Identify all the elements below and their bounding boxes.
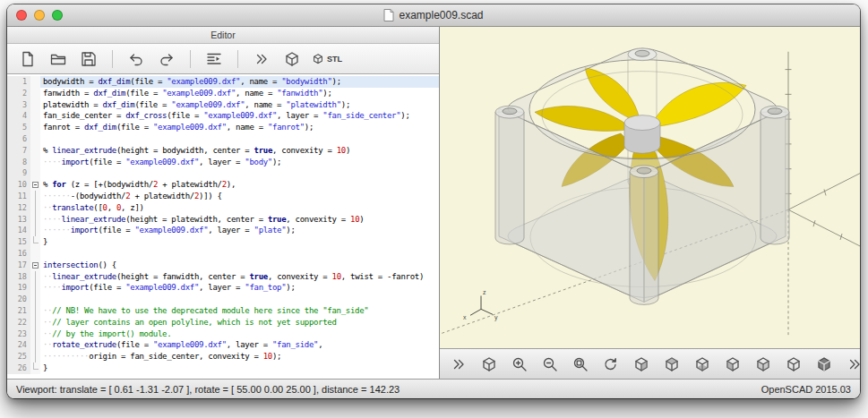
view-back-button[interactable] — [782, 352, 805, 377]
export-stl-button[interactable]: STL — [311, 47, 342, 72]
line-number: 22 — [7, 317, 30, 328]
line-number: 12 — [7, 202, 30, 214]
fold-marker[interactable] — [30, 260, 40, 271]
code-line-text: ··linear_extrude(height = fanwidth, cent… — [40, 271, 439, 283]
line-number: 25 — [7, 351, 30, 363]
code-line[interactable]: 4fan_side_center = dxf_cross(file = "exa… — [7, 110, 439, 122]
window-title-area: example009.scad — [383, 9, 483, 21]
perspective-button[interactable] — [812, 352, 836, 377]
render-button[interactable] — [280, 47, 304, 72]
viewport-status: Viewport: translate = [ 0.61 -1.31 -2.07… — [16, 384, 400, 395]
code-line[interactable]: 1bodywidth = dxf_dim(file = "example009.… — [7, 76, 439, 88]
view-more-left-button[interactable] — [447, 352, 470, 377]
code-line[interactable]: 25··········origin = fan_side_center, co… — [7, 351, 439, 363]
view-toolbar — [440, 348, 860, 379]
save-button[interactable] — [77, 47, 100, 72]
titlebar[interactable]: example009.scad — [7, 4, 860, 27]
view-top-button[interactable] — [660, 352, 683, 377]
code-line[interactable]: 3platewidth = dxf_dim(file = "example009… — [7, 99, 439, 111]
code-line[interactable]: 5fanrot = dxf_dim(file = "example009.dxf… — [7, 122, 439, 133]
code-line[interactable]: 26} — [7, 363, 439, 374]
reset-view-button[interactable] — [599, 352, 623, 377]
close-button[interactable] — [16, 10, 27, 21]
code-line[interactable]: 14······import(file = "example009.dxf", … — [7, 225, 439, 236]
fold-marker — [30, 339, 40, 351]
fold-marker[interactable] — [30, 179, 40, 191]
code-line-text: ··rotate_extrude(file = "example009.dxf"… — [40, 339, 439, 351]
view-more-right-button[interactable] — [843, 352, 860, 377]
editor-toolbar: STL — [7, 44, 439, 74]
indent-button[interactable] — [202, 47, 226, 72]
window-title: example009.scad — [399, 9, 483, 21]
code-line-text: % for (z = [+(bodywidth/2 + platewidth/2… — [40, 179, 439, 191]
code-line-text: fanrot = dxf_dim(file = "example009.dxf"… — [40, 122, 439, 133]
code-line-text: platewidth = dxf_dim(file = "example009.… — [40, 99, 439, 111]
view-bottom-button[interactable] — [691, 352, 714, 377]
code-line[interactable]: 15} — [7, 236, 439, 248]
zoom-out-button[interactable] — [538, 352, 562, 377]
toolbar-separator — [237, 50, 238, 68]
line-number: 13 — [7, 214, 30, 226]
export-stl-button-label: STL — [327, 55, 342, 64]
code-line-text: ······import(file = "example009.dxf", la… — [40, 225, 439, 236]
line-number: 10 — [7, 179, 30, 191]
line-number: 17 — [7, 260, 30, 271]
zoom-button[interactable] — [52, 10, 63, 21]
code-line[interactable]: 18··linear_extrude(height = fanwidth, ce… — [7, 271, 439, 283]
minimize-button[interactable] — [34, 10, 45, 21]
code-line[interactable]: 20 — [7, 294, 439, 305]
view-left-button[interactable] — [721, 352, 744, 377]
code-line[interactable]: 22··// layer contains an open polyline, … — [7, 317, 439, 328]
code-line[interactable]: 9 — [7, 167, 439, 179]
code-line[interactable]: 11······-(bodywidth/2 + platewidth/2)]) … — [7, 191, 439, 202]
line-number: 26 — [7, 363, 30, 374]
code-line-text: intersection() { — [40, 260, 439, 271]
open-button[interactable] — [47, 47, 70, 72]
code-editor[interactable]: 1bodywidth = dxf_dim(file = "example009.… — [7, 74, 439, 379]
3d-viewport[interactable]: z x y — [440, 27, 860, 348]
line-number: 24 — [7, 339, 30, 351]
fold-marker — [30, 236, 40, 248]
code-line[interactable]: 10% for (z = [+(bodywidth/2 + platewidth… — [7, 179, 439, 191]
zoom-all-button[interactable] — [569, 352, 592, 377]
code-line[interactable]: 7% linear_extrude(height = bodywidth, ce… — [7, 145, 439, 157]
code-line-text: fan_side_center = dxf_cross(file = "exam… — [40, 110, 439, 122]
line-number: 11 — [7, 191, 30, 202]
new-button[interactable] — [16, 47, 39, 72]
code-line-text: ··translate([0, 0, z]) — [40, 202, 439, 214]
zoom-in-button[interactable] — [508, 352, 531, 377]
code-line[interactable]: 19····import(file = "example009.dxf", la… — [7, 282, 439, 294]
fold-marker — [30, 110, 40, 122]
view-right-button[interactable] — [630, 352, 653, 377]
code-line[interactable]: 16 — [7, 248, 439, 260]
code-line[interactable]: 23··// by the import() module. — [7, 328, 439, 340]
fold-marker — [30, 122, 40, 133]
preview-button[interactable] — [250, 47, 273, 72]
code-line-text: bodywidth = dxf_dim(file = "example009.d… — [40, 76, 439, 88]
fold-marker — [30, 202, 40, 214]
toolbar-separator — [112, 50, 113, 68]
code-line[interactable]: 8····import(file = "example009.dxf", lay… — [7, 157, 439, 168]
undo-button[interactable] — [125, 47, 148, 72]
code-line[interactable]: 13····linear_extrude(height = platewidth… — [7, 214, 439, 226]
view-render-button[interactable] — [477, 352, 501, 377]
code-line-text — [40, 167, 439, 179]
code-line-text: ··········origin = fan_side_center, conv… — [40, 351, 439, 363]
code-line[interactable]: 17intersection() { — [7, 260, 439, 271]
editor-panel-header[interactable]: Editor — [7, 27, 439, 44]
code-line[interactable]: 6 — [7, 133, 439, 145]
code-line[interactable]: 21··// NB! We have to use the deprecated… — [7, 305, 439, 317]
code-line[interactable]: 2fanwidth = dxf_dim(file = "example009.d… — [7, 88, 439, 99]
axis-label-z: z — [483, 289, 486, 295]
line-number: 23 — [7, 328, 30, 340]
redo-button[interactable] — [155, 47, 178, 72]
line-number: 5 — [7, 122, 30, 133]
code-line[interactable]: 12··translate([0, 0, z]) — [7, 202, 439, 214]
code-line[interactable]: 24··rotate_extrude(file = "example009.dx… — [7, 339, 439, 351]
line-number: 8 — [7, 157, 30, 168]
line-number: 1 — [7, 76, 30, 88]
code-line-text — [40, 294, 439, 305]
code-line-text: % linear_extrude(height = bodywidth, cen… — [40, 145, 439, 157]
view-front-button[interactable] — [752, 352, 775, 377]
fold-marker — [30, 99, 40, 111]
